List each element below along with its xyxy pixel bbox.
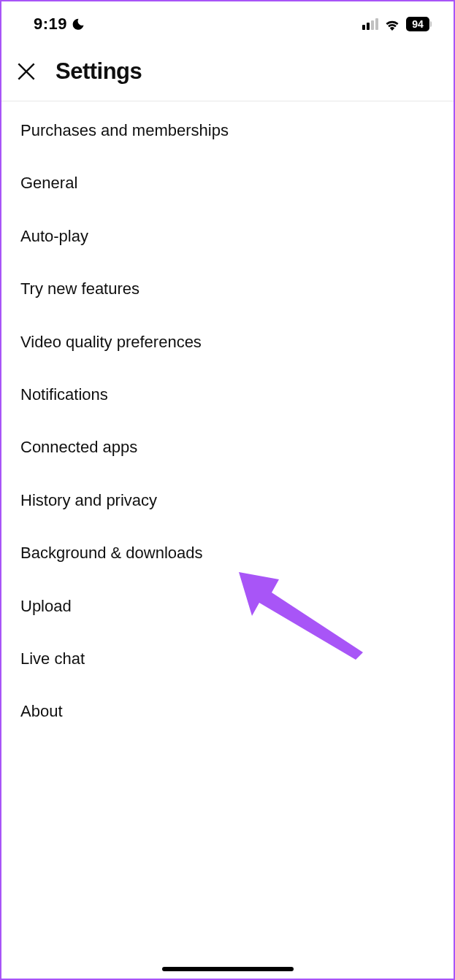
wifi-icon [384, 18, 400, 31]
settings-item-autoplay[interactable]: Auto-play [1, 210, 454, 263]
settings-item-label: Purchases and memberships [20, 121, 229, 139]
settings-item-label: History and privacy [20, 491, 157, 509]
settings-item-label: Auto-play [20, 227, 88, 245]
settings-item-about[interactable]: About [1, 685, 454, 738]
page-title: Settings [56, 58, 142, 85]
settings-item-label: About [20, 702, 63, 720]
settings-item-purchases[interactable]: Purchases and memberships [1, 104, 454, 157]
battery-percent: 94 [406, 17, 429, 31]
settings-item-label: Live chat [20, 649, 85, 668]
header: Settings [1, 42, 454, 101]
settings-item-video-quality[interactable]: Video quality preferences [1, 316, 454, 369]
settings-item-notifications[interactable]: Notifications [1, 369, 454, 421]
settings-item-label: Notifications [20, 385, 108, 404]
status-bar-right: 94 [362, 17, 432, 31]
settings-item-connected-apps[interactable]: Connected apps [1, 421, 454, 474]
status-time: 9:19 [34, 15, 67, 34]
settings-item-label: Upload [20, 597, 72, 615]
do-not-disturb-icon [72, 18, 85, 31]
cellular-signal-icon [362, 18, 378, 30]
settings-item-label: General [20, 174, 77, 192]
settings-item-general[interactable]: General [1, 157, 454, 209]
settings-list: Purchases and memberships General Auto-p… [1, 101, 454, 741]
settings-item-live-chat[interactable]: Live chat [1, 633, 454, 685]
home-indicator[interactable] [162, 967, 294, 971]
settings-item-upload[interactable]: Upload [1, 580, 454, 633]
status-bar: 9:19 94 [1, 1, 454, 42]
settings-item-label: Background & downloads [20, 544, 203, 562]
settings-item-label: Try new features [20, 279, 139, 298]
settings-item-background-downloads[interactable]: Background & downloads [1, 527, 454, 579]
settings-item-history-privacy[interactable]: History and privacy [1, 474, 454, 527]
settings-item-try-new-features[interactable]: Try new features [1, 263, 454, 315]
settings-item-label: Connected apps [20, 438, 137, 456]
settings-item-label: Video quality preferences [20, 333, 202, 351]
close-icon[interactable] [15, 60, 38, 83]
status-bar-left: 9:19 [34, 15, 85, 34]
battery-indicator: 94 [406, 17, 432, 31]
